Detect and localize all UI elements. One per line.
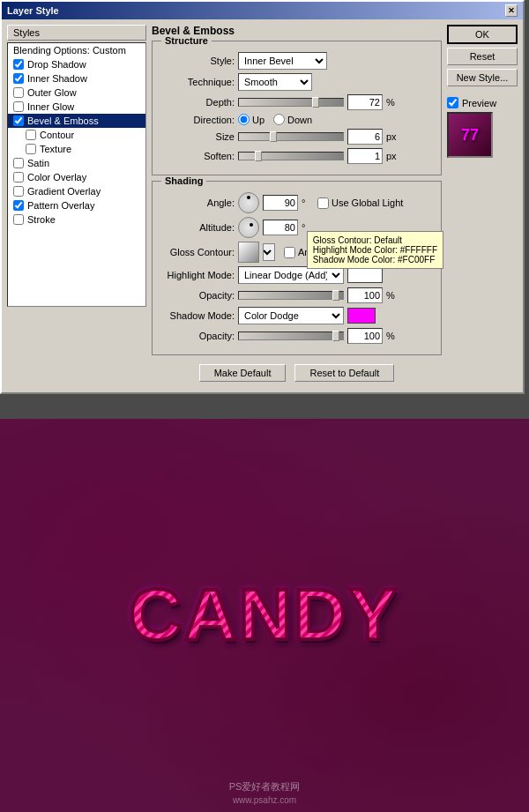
opacity2-label: Opacity:: [160, 331, 235, 341]
drop-shadow-label: Drop Shadow: [27, 59, 86, 70]
canvas-area: CANDY CANDY CANDY CANDY PS爱好者教程网 www.psa…: [0, 419, 529, 812]
opacity1-input[interactable]: [347, 287, 383, 303]
shadow-mode-label: Shadow Mode:: [160, 310, 235, 321]
highlight-mode-label: Highlight Mode:: [160, 270, 235, 280]
tooltip-line3: Shadow Mode Color: #FC00FF: [313, 255, 437, 264]
depth-slider-thumb[interactable]: [312, 97, 319, 108]
opacity2-slider-thumb[interactable]: [332, 331, 339, 341]
satin-checkbox[interactable]: [13, 158, 24, 168]
layer-item-contour[interactable]: Contour: [8, 128, 145, 142]
layer-item-blending[interactable]: Blending Options: Custom: [8, 43, 145, 57]
layer-item-stroke[interactable]: Stroke: [8, 212, 145, 227]
stroke-checkbox[interactable]: [13, 214, 24, 225]
global-light-label[interactable]: Use Global Light: [317, 197, 403, 209]
opacity2-row: Opacity: %: [160, 328, 434, 344]
reset-to-default-button[interactable]: Reset to Default: [294, 364, 394, 382]
depth-row: Depth: %: [160, 94, 434, 110]
style-select[interactable]: Inner Bevel Outer Bevel Emboss Pillow Em…: [238, 52, 327, 70]
angle-input[interactable]: [263, 195, 298, 211]
shadow-mode-row: Shadow Mode: Color Dodge Multiply Screen: [160, 307, 434, 324]
highlight-mode-select[interactable]: Linear Dodge (Add) Screen Multiply: [238, 266, 344, 284]
style-label: Style:: [160, 56, 235, 66]
layer-item-drop-shadow[interactable]: Drop Shadow: [8, 57, 145, 71]
global-light-checkbox[interactable]: [317, 197, 329, 209]
soften-input[interactable]: [347, 148, 383, 164]
depth-label: Depth:: [160, 97, 235, 108]
angle-unit: °: [302, 197, 314, 208]
direction-down-radio[interactable]: [273, 114, 285, 125]
depth-unit: %: [386, 97, 399, 108]
layer-item-color-overlay[interactable]: Color Overlay: [8, 170, 145, 184]
layer-item-gradient-overlay[interactable]: Gradient Overlay: [8, 184, 145, 198]
size-slider-track[interactable]: [238, 132, 344, 141]
highlight-color-swatch[interactable]: [347, 267, 383, 283]
opacity2-input[interactable]: [347, 328, 383, 344]
inner-shadow-checkbox[interactable]: [13, 73, 24, 84]
direction-up-radio[interactable]: [238, 114, 250, 125]
preview-swatch: 77: [447, 112, 493, 158]
size-slider-thumb[interactable]: [270, 131, 277, 142]
direction-down-label[interactable]: Down: [273, 114, 312, 125]
layer-item-pattern-overlay[interactable]: Pattern Overlay: [8, 198, 145, 212]
preview-checkbox[interactable]: [447, 97, 458, 108]
soften-row: Soften: px: [160, 148, 434, 164]
layer-item-satin[interactable]: Satin: [8, 156, 145, 170]
direction-up-label[interactable]: Up: [238, 114, 264, 125]
direction-radio-group: Up Down: [238, 114, 312, 125]
angle-row: Angle: ° Use Global Light: [160, 192, 434, 213]
texture-checkbox[interactable]: [26, 144, 36, 154]
make-default-button[interactable]: Make Default: [199, 364, 287, 382]
altitude-circle[interactable]: [238, 217, 259, 238]
size-row: Size px: [160, 129, 434, 145]
layer-item-outer-glow[interactable]: Outer Glow: [8, 86, 145, 100]
depth-slider-track[interactable]: [238, 98, 344, 107]
soften-slider-track[interactable]: [238, 152, 344, 160]
shadow-mode-select[interactable]: Color Dodge Multiply Screen: [238, 307, 344, 324]
gloss-contour-dropdown[interactable]: [263, 243, 275, 261]
opacity2-slider-track[interactable]: [238, 332, 344, 340]
size-input[interactable]: [347, 129, 383, 145]
tooltip-line1: Gloss Contour: Default: [313, 235, 437, 245]
ok-button[interactable]: OK: [447, 25, 518, 44]
depth-input[interactable]: [347, 94, 383, 110]
inner-glow-checkbox[interactable]: [13, 101, 24, 112]
layer-item-inner-shadow[interactable]: Inner Shadow: [8, 71, 145, 86]
bevel-emboss-label: Bevel & Emboss: [27, 115, 99, 126]
layer-item-texture[interactable]: Texture: [8, 142, 145, 156]
candy-text-svg: CANDY CANDY CANDY CANDY: [62, 551, 467, 674]
layer-item-inner-glow[interactable]: Inner Glow: [8, 100, 145, 114]
altitude-input[interactable]: [263, 220, 298, 235]
angle-label: Angle:: [160, 197, 235, 208]
soften-slider-thumb[interactable]: [255, 151, 262, 161]
preview-label[interactable]: Preview: [447, 97, 518, 108]
technique-label: Technique:: [160, 77, 235, 87]
anti-aliased-checkbox[interactable]: [284, 247, 295, 258]
layer-item-bevel-emboss[interactable]: Bevel & Emboss: [8, 114, 145, 128]
shadow-color-swatch[interactable]: [347, 308, 376, 324]
svg-text:CANDY: CANDY: [130, 574, 400, 654]
gradient-overlay-checkbox[interactable]: [13, 186, 24, 197]
soften-label: Soften:: [160, 151, 235, 161]
size-label: Size: [160, 131, 235, 142]
gloss-contour-preview[interactable]: [238, 242, 259, 263]
bevel-emboss-checkbox[interactable]: [13, 115, 24, 126]
pattern-overlay-checkbox[interactable]: [13, 200, 24, 211]
reset-button[interactable]: Reset: [447, 48, 518, 65]
styles-header[interactable]: Styles: [7, 25, 146, 41]
watermark-line2: www.psahz.com: [233, 795, 296, 805]
close-button[interactable]: ✕: [505, 4, 518, 17]
stroke-label: Stroke: [27, 214, 56, 225]
size-unit: px: [386, 131, 399, 142]
contour-checkbox[interactable]: [26, 130, 36, 140]
drop-shadow-checkbox[interactable]: [13, 59, 24, 70]
technique-select[interactable]: Smooth Chisel Hard Chisel Soft: [238, 73, 312, 91]
color-overlay-checkbox[interactable]: [13, 172, 24, 183]
angle-circle[interactable]: [238, 192, 259, 213]
contour-label: Contour: [40, 130, 74, 140]
outer-glow-checkbox[interactable]: [13, 87, 24, 98]
watermark-line1: PS爱好者教程网: [229, 780, 301, 793]
opacity1-slider-thumb[interactable]: [332, 290, 339, 301]
opacity1-slider-track[interactable]: [238, 291, 344, 300]
angle-dot: [247, 196, 250, 199]
new-style-button[interactable]: New Style...: [447, 69, 518, 86]
